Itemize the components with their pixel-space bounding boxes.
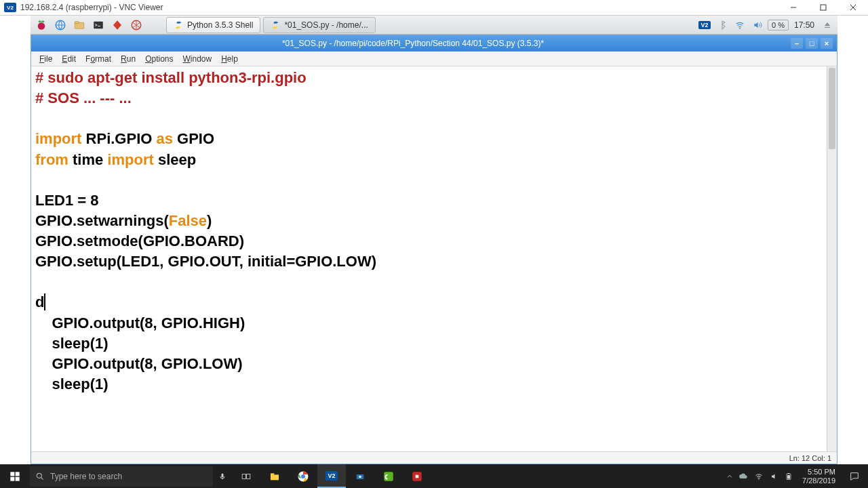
onedrive-tray-icon[interactable] xyxy=(738,472,748,481)
editor-scrollbar[interactable] xyxy=(827,66,837,451)
svg-rect-0 xyxy=(821,5,826,10)
svg-rect-31 xyxy=(787,475,790,479)
idle-menubar: File Edit Format Run Options Window Help xyxy=(31,52,837,66)
volume-tray-icon-windows[interactable] xyxy=(770,472,779,481)
battery-tray-icon[interactable] xyxy=(785,472,793,481)
svg-rect-7 xyxy=(94,21,103,28)
maximize-button[interactable] xyxy=(808,0,838,16)
taskbar-search[interactable]: Type here to search xyxy=(30,466,213,487)
svg-rect-14 xyxy=(16,476,20,481)
idle-editor-area[interactable]: # sudo apt-get install python3-rpi.gpio … xyxy=(31,66,837,451)
menu-file[interactable]: File xyxy=(35,53,56,65)
file-explorer-taskbar-icon[interactable] xyxy=(260,464,289,488)
menu-options[interactable]: Options xyxy=(141,53,177,65)
svg-point-2 xyxy=(39,20,42,22)
idle-minimize-button[interactable]: – xyxy=(791,38,803,49)
svg-rect-11 xyxy=(10,472,14,476)
menu-window[interactable]: Window xyxy=(179,53,216,65)
close-button[interactable] xyxy=(838,0,868,16)
cortana-mic-icon[interactable] xyxy=(213,471,232,482)
scrollbar-thumb[interactable] xyxy=(829,68,835,149)
rpi-desktop: Python 3.5.3 Shell *01_SOS.py - /home/..… xyxy=(31,16,837,464)
idle-window-title: *01_SOS.py - /home/pi/code/RPi_Python/Se… xyxy=(35,39,791,48)
search-placeholder: Type here to search xyxy=(50,472,122,481)
raspberry-menu-icon[interactable] xyxy=(33,17,50,33)
bluetooth-tray-icon[interactable] xyxy=(715,18,730,33)
menu-run[interactable]: Run xyxy=(117,53,140,65)
minimize-button[interactable] xyxy=(778,0,808,16)
menu-edit[interactable]: Edit xyxy=(58,53,80,65)
clock-date: 7/28/2019 xyxy=(802,476,835,485)
svg-point-10 xyxy=(739,27,741,28)
vnc-titlebar: V2 192.168.2.4 (raspberrypi) - VNC Viewe… xyxy=(0,0,868,16)
vnc-window: V2 192.168.2.4 (raspberrypi) - VNC Viewe… xyxy=(0,0,868,488)
wifi-tray-icon-windows[interactable] xyxy=(753,472,764,481)
svg-rect-12 xyxy=(16,472,20,476)
camera-taskbar-icon[interactable] xyxy=(346,464,374,488)
taskbar-item-label: Python 3.5.3 Shell xyxy=(187,20,253,30)
vnc-viewer-logo-icon: V2 xyxy=(4,3,16,12)
taskbar-item-label: *01_SOS.py - /home/... xyxy=(284,20,368,30)
web-browser-icon[interactable] xyxy=(52,17,68,33)
camtasia-taskbar-icon[interactable] xyxy=(374,464,403,488)
search-icon xyxy=(35,472,45,481)
vnc-viewer-taskbar-icon[interactable]: V2 xyxy=(317,464,346,488)
vnc-server-tray-icon[interactable]: V2 xyxy=(697,18,712,33)
svg-rect-27 xyxy=(416,474,419,478)
eject-tray-icon[interactable] xyxy=(820,18,835,33)
taskbar-item-editor[interactable]: *01_SOS.py - /home/... xyxy=(263,17,375,33)
idle-titlebar[interactable]: *01_SOS.py - /home/pi/code/RPi_Python/Se… xyxy=(31,35,837,52)
clock-time: 5:50 PM xyxy=(802,468,835,476)
svg-rect-16 xyxy=(222,473,224,477)
svg-marker-8 xyxy=(113,20,121,30)
vnc-window-title: 192.168.2.4 (raspberrypi) - VNC Viewer xyxy=(20,3,778,12)
svg-rect-20 xyxy=(271,473,274,475)
idle-close-button[interactable]: × xyxy=(821,38,833,49)
svg-point-1 xyxy=(38,22,45,30)
svg-rect-30 xyxy=(788,473,790,474)
svg-rect-6 xyxy=(75,21,79,23)
cursor-position: Ln: 12 Col: 1 xyxy=(789,454,831,462)
wolfram-icon[interactable] xyxy=(128,17,144,33)
recorder-taskbar-icon[interactable] xyxy=(403,464,431,488)
windows-systray[interactable] xyxy=(722,472,797,481)
lxde-panel: Python 3.5.3 Shell *01_SOS.py - /home/..… xyxy=(31,16,837,35)
chrome-taskbar-icon[interactable] xyxy=(289,464,317,488)
svg-point-22 xyxy=(301,474,305,479)
task-view-icon[interactable] xyxy=(232,464,260,488)
terminal-icon[interactable] xyxy=(90,17,106,33)
taskbar-item-python-shell[interactable]: Python 3.5.3 Shell xyxy=(166,17,260,33)
idle-window: *01_SOS.py - /home/pi/code/RPi_Python/Se… xyxy=(31,35,837,464)
menu-help[interactable]: Help xyxy=(217,53,242,65)
volume-tray-icon[interactable] xyxy=(750,18,765,33)
cpu-percent[interactable]: 0 % xyxy=(768,20,789,30)
code-content[interactable]: # sudo apt-get install python3-rpi.gpio … xyxy=(31,66,837,396)
svg-rect-18 xyxy=(247,474,250,479)
idle-maximize-button[interactable]: □ xyxy=(806,38,818,49)
start-button[interactable] xyxy=(0,464,30,488)
windows-taskbar: Type here to search V2 xyxy=(0,464,868,488)
text-cursor xyxy=(44,293,45,310)
mathematica-icon[interactable] xyxy=(109,17,125,33)
svg-point-24 xyxy=(359,475,361,478)
svg-rect-17 xyxy=(242,474,245,479)
svg-point-28 xyxy=(758,479,760,480)
idle-statusbar: Ln: 12 Col: 1 xyxy=(31,451,837,464)
svg-rect-13 xyxy=(10,476,14,481)
wifi-tray-icon[interactable] xyxy=(732,18,747,33)
file-manager-icon[interactable] xyxy=(71,17,87,33)
systray-chevron-up-icon[interactable] xyxy=(726,473,733,480)
panel-clock[interactable]: 17:50 xyxy=(791,20,817,30)
svg-point-3 xyxy=(41,20,45,22)
menu-format[interactable]: Format xyxy=(81,53,115,65)
action-center-icon[interactable] xyxy=(841,464,868,488)
windows-clock[interactable]: 5:50 PM 7/28/2019 xyxy=(797,468,841,485)
svg-point-15 xyxy=(37,473,41,478)
